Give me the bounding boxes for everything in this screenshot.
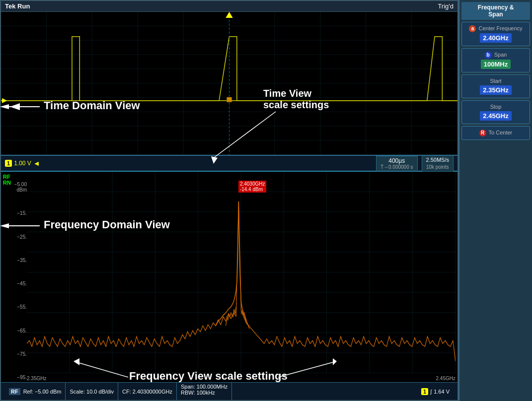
freq-end-label: 2.45GHz [436,376,456,381]
span-label-text: Span [494,52,507,58]
badge-b: b [485,52,492,59]
ref-value: Ref: −5.00 dBm [23,389,62,395]
center-freq-label: a Center Frequency [464,25,528,32]
right-panel: Frequency & Span a Center Frequency 2.40… [458,0,532,401]
ch1-arrow-icon: ◄ [33,159,40,167]
panel-title-line1: Frequency & [478,4,514,11]
freq-status-cf: CF: 2.40300000GHz [118,383,177,400]
time-per-div-box: 400µs T→0.000000 s [376,156,418,171]
dbm-label-1: −15. [3,210,27,216]
ch1-badge: 1 [5,160,12,167]
cf-value: CF: 2.40300000GHz [122,389,172,395]
to-center-button[interactable]: R To Center [461,126,530,140]
rf-label: RF [3,174,10,180]
svg-rect-8 [227,97,231,102]
stop-value: 2.45GHz [480,111,511,121]
start-button[interactable]: Start 2.35GHz [461,74,530,98]
scope-header: Tek Run Trig'd [1,1,457,12]
freq-scale-bottom: 2.35GHz 2.45GHz [27,376,456,381]
freq-status-bar: RF Ref: −5.00 dBm Scale: 10.0 dB/div CF:… [1,382,457,400]
dbm-label-2: −25. [3,234,27,240]
span-value: 100MHz [481,60,511,69]
dbm-label-8: −95. [3,375,27,380]
ch1-voltage: 1.00 V [14,160,31,167]
points-value: 10k points [426,164,449,170]
ch1-indicator: 1 1.00 V ◄ [5,159,40,167]
time-per-div-value: 400µs [380,157,413,164]
start-value: 2.35GHz [480,85,511,95]
span-button[interactable]: b Span 100MHz [461,48,530,72]
rf-badge: RF [9,388,20,395]
badge-r: R [479,130,486,136]
to-center-label: R To Center [464,130,528,136]
rbw-value: RBW: 100kHz [181,390,215,396]
peak-marker: 2.4030GHz -14.4 dBm [238,181,267,193]
voltage-status-value: 1.64 V [434,389,450,395]
dbm-label-5: −55. [3,304,27,310]
freq-domain-waveform [27,172,456,373]
waveform-symbol: ∫ [430,389,432,395]
time-offset-value: T→0.000000 s [380,164,413,170]
stop-label: Stop [464,104,528,110]
panel-title: Frequency & Span [461,2,530,20]
freq-status-ch1: 1 ∫ 1.64 V [417,383,454,400]
tek-run-label: Tek Run [5,2,30,10]
span-label-row: b Span [464,52,528,59]
dbm-label-7: −75. [3,351,27,357]
badge-a: a [469,25,476,32]
panel-title-line2: Span [488,11,503,18]
center-freq-value: 2.40GHz [480,33,511,43]
scale-value: Scale: 10.0 dB/div [70,389,114,395]
dbm-label-3: −35. [3,258,27,263]
freq-start-label: 2.35GHz [27,376,46,381]
time-domain-waveform [1,12,457,155]
peak-level-value: -14.4 dBm [240,187,265,192]
stop-button[interactable]: Stop 2.45GHz [461,100,530,124]
trig-label: Trig'd [438,2,454,10]
ch1-status-badge: 1 [421,388,428,395]
freq-domain-panel: RF RN −5.00 dBm −15. −25. −35. −45. −55.… [1,172,457,382]
dbm-label-0: −5.00 dBm [3,182,27,193]
freq-status-span-rbw: Span: 100.000MHz RBW: 100kHz [177,383,232,400]
freq-status-scale: Scale: 10.0 dB/div [66,383,118,400]
start-label: Start [464,78,528,84]
sample-rate-value: 2.50MS/s [426,156,449,163]
span-value: Span: 100.000MHz [181,384,228,390]
dbm-label-4: −45. [3,281,27,286]
freq-status-rf: RF Ref: −5.00 dBm [5,383,66,400]
sample-rate-box: 2.50MS/s 10k points [422,155,454,171]
scope-area: Tek Run Trig'd [0,0,458,401]
time-status-bar: 1 1.00 V ◄ 400µs T→0.000000 s 2.50MS/s 1… [1,156,457,172]
dbm-scale: −5.00 dBm −15. −25. −35. −45. −55. −65. … [3,182,27,380]
to-center-label-text: To Center [489,130,513,135]
time-domain-panel [1,12,457,156]
center-freq-button[interactable]: a Center Frequency 2.40GHz [461,22,530,46]
time-display: 400µs T→0.000000 s 2.50MS/s 10k points [376,155,454,171]
peak-freq-value: 2.4030GHz [240,181,265,187]
main-container: Tek Run Trig'd [0,0,532,401]
dbm-label-6: −65. [3,328,27,334]
center-freq-label-text: Center Frequency [479,25,523,31]
